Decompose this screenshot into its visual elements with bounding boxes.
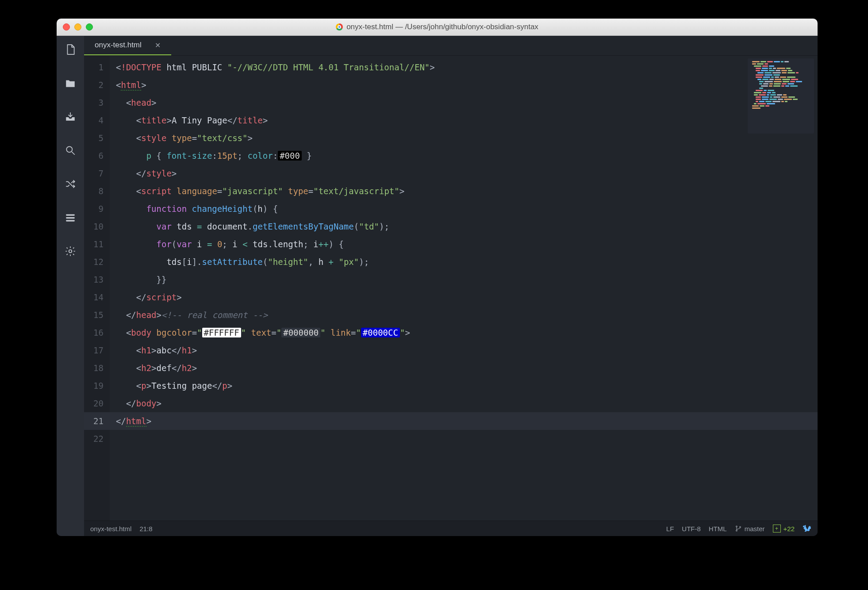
zoom-window-button[interactable]	[86, 23, 93, 31]
code-line[interactable]: <style type="text/css">	[116, 129, 818, 147]
close-window-button[interactable]	[63, 23, 70, 31]
line-number: 17	[84, 341, 110, 359]
menu-icon[interactable]	[65, 212, 76, 225]
line-number: 8	[84, 182, 110, 200]
git-branch[interactable]: master	[735, 525, 765, 533]
line-number: 14	[84, 288, 110, 306]
code-line[interactable]: </script>	[116, 288, 818, 306]
editor[interactable]: 12345678910111213141516171819202122 <!DO…	[84, 56, 818, 521]
line-number: 19	[84, 377, 110, 395]
line-number: 22	[84, 430, 110, 448]
git-branch-label: master	[745, 525, 765, 533]
svg-point-0	[66, 146, 72, 152]
code-line[interactable]	[116, 430, 818, 448]
tab-onyx-test[interactable]: onyx-test.html ✕	[84, 36, 171, 55]
line-number: 1	[84, 58, 110, 76]
svg-point-4	[69, 250, 72, 253]
code-line[interactable]: tds[i].setAttribute("height", h + "px");	[116, 253, 818, 271]
status-filename[interactable]: onyx-test.html	[90, 525, 131, 533]
titlebar: onyx-test.html — /Users/john/github/onyx…	[57, 19, 818, 36]
svg-point-6	[736, 530, 737, 531]
code-line[interactable]: <script language="javascript" type="text…	[116, 182, 818, 200]
status-cursor-position[interactable]: 21:8	[139, 525, 152, 533]
status-language[interactable]: HTML	[709, 525, 727, 533]
git-branch-icon	[735, 525, 742, 532]
code-line[interactable]: <head>	[116, 94, 818, 111]
line-number: 13	[84, 271, 110, 288]
code-line[interactable]: <html>	[116, 76, 818, 94]
code-area[interactable]: <!DOCTYPE html PUBLIC "-//W3C//DTD HTML …	[110, 56, 818, 521]
code-line[interactable]: </body>	[116, 395, 818, 412]
line-number: 5	[84, 129, 110, 147]
code-line[interactable]: <!DOCTYPE html PUBLIC "-//W3C//DTD HTML …	[116, 58, 818, 76]
code-line[interactable]: function changeHeight(h) {	[116, 200, 818, 218]
gear-icon[interactable]	[65, 245, 76, 259]
search-icon[interactable]	[65, 145, 76, 158]
code-line[interactable]: </head><!-- real comment -->	[116, 306, 818, 324]
tab-label: onyx-test.html	[95, 41, 142, 50]
line-number: 11	[84, 235, 110, 253]
code-line[interactable]: var tds = document.getElementsByTagName(…	[116, 218, 818, 235]
code-line[interactable]: for(var i = 0; i < tds.length; i++) {	[116, 235, 818, 253]
svg-rect-1	[66, 214, 75, 215]
svg-point-7	[739, 526, 741, 528]
line-number: 9	[84, 200, 110, 218]
svg-rect-3	[66, 220, 75, 221]
code-line[interactable]: <body bgcolor="#FFFFFF" text="#000000" l…	[116, 324, 818, 341]
folder-icon[interactable]	[65, 77, 76, 91]
line-number: 16	[84, 324, 110, 341]
code-line[interactable]: <title>A Tiny Page</title>	[116, 111, 818, 129]
minimize-window-button[interactable]	[74, 23, 81, 31]
line-number: 3	[84, 94, 110, 111]
line-number-gutter: 12345678910111213141516171819202122	[84, 56, 110, 521]
code-line[interactable]: </style>	[116, 165, 818, 182]
code-line[interactable]: </html>	[116, 412, 818, 430]
svg-rect-2	[66, 217, 75, 218]
git-changes[interactable]: + +22	[773, 525, 795, 533]
code-line[interactable]: <h1>abc</h1>	[116, 341, 818, 359]
code-line[interactable]: p { font-size:15pt; color:#000 }	[116, 147, 818, 165]
code-line[interactable]: }}	[116, 271, 818, 288]
line-number: 15	[84, 306, 110, 324]
line-number: 6	[84, 147, 110, 165]
line-number: 20	[84, 395, 110, 412]
chrome-icon	[336, 23, 343, 31]
file-icon[interactable]	[65, 44, 76, 57]
code-line[interactable]: <p>Testing page</p>	[116, 377, 818, 395]
window-title: onyx-test.html — /Users/john/github/onyx…	[346, 23, 538, 31]
line-number: 18	[84, 359, 110, 377]
line-number: 12	[84, 253, 110, 271]
status-encoding[interactable]: UTF-8	[682, 525, 701, 533]
line-number: 2	[84, 76, 110, 94]
line-number: 7	[84, 165, 110, 182]
status-bar: onyx-test.html 21:8 LF UTF-8 HTML master…	[84, 521, 818, 536]
line-number: 21	[84, 412, 110, 430]
line-number: 10	[84, 218, 110, 235]
shuffle-icon[interactable]	[65, 178, 76, 192]
status-line-ending[interactable]: LF	[666, 525, 674, 533]
tab-bar: onyx-test.html ✕	[84, 36, 818, 56]
close-tab-icon[interactable]: ✕	[155, 41, 161, 50]
code-line[interactable]: <h2>def</h2>	[116, 359, 818, 377]
line-number: 4	[84, 111, 110, 129]
inbox-icon[interactable]	[65, 111, 76, 124]
app-window: onyx-test.html — /Users/john/github/onyx…	[57, 19, 818, 536]
traffic-lights	[63, 23, 93, 31]
git-add-icon: +	[773, 525, 781, 533]
svg-point-5	[736, 526, 737, 527]
git-changes-count: +22	[784, 525, 795, 533]
squirrel-icon[interactable]: 🐿	[803, 524, 811, 534]
activity-bar	[57, 36, 84, 536]
